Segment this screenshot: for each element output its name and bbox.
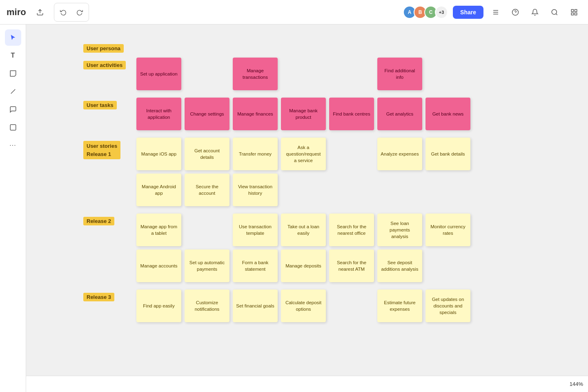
sticky-view-transaction-history[interactable]: View transaction history: [233, 174, 278, 206]
sticky-search-nearest-atm[interactable]: Search for the nearest ATM: [329, 249, 374, 282]
user-stories-release1-row1: Manage iOS app Get account details Trans…: [136, 138, 470, 170]
sticky-estimate-future-expenses[interactable]: Estimate future expenses: [377, 290, 422, 322]
user-persona-label: User persona: [83, 44, 124, 53]
user-tasks-section: User tasks Interact with application Cha…: [83, 98, 470, 130]
sticky-find-additional-info[interactable]: Find additional info: [377, 58, 422, 90]
upload-button[interactable]: [33, 5, 47, 20]
svg-rect-9: [575, 9, 577, 11]
user-activities-section: User activities Set up application Manag…: [83, 58, 470, 90]
release2-rows: Manage app from a tablet Use transaction…: [136, 214, 470, 282]
sticky-take-out-loan[interactable]: Take out a loan easily: [281, 214, 326, 246]
sticky-get-bank-details[interactable]: Get bank details: [425, 138, 470, 170]
sticky-manage-transactions[interactable]: Manage transactions: [233, 58, 278, 90]
sticky-loan-payments-analysis[interactable]: See loan payments analysis: [377, 214, 422, 246]
empty-spacer-1: [185, 58, 229, 90]
sticky-customize-notifications[interactable]: Customize notifications: [185, 290, 229, 322]
empty-spacer-4: [329, 138, 374, 170]
board-content: User persona User activities Set up appl…: [83, 41, 470, 330]
sticky-find-bank-centres[interactable]: Find bank centres: [329, 98, 374, 130]
empty-spacer-5: [185, 214, 229, 246]
sticky-get-account-details[interactable]: Get account details: [185, 138, 229, 170]
svg-rect-8: [571, 9, 573, 11]
right-toolbar: A B C +3 Share: [403, 5, 588, 20]
sticky-get-bank-news[interactable]: Get bank news: [425, 98, 470, 130]
user-stories-release1-section: User stories Release 1 Manage iOS app Ge…: [83, 138, 470, 206]
frame-tool[interactable]: [5, 119, 21, 136]
top-toolbar: miro A B C +3 Share: [0, 0, 588, 24]
settings-icon[interactable]: [488, 5, 503, 20]
user-stories-release1-rows: Manage iOS app Get account details Trans…: [136, 138, 470, 206]
zoom-level: 144%: [570, 381, 583, 387]
logo-area: miro: [0, 3, 96, 22]
sticky-tool[interactable]: [5, 65, 21, 82]
sticky-manage-deposits[interactable]: Manage deposits: [281, 249, 326, 282]
release2-label: Release 2: [83, 217, 114, 225]
svg-rect-13: [10, 125, 16, 130]
user-persona-section: User persona: [83, 41, 470, 53]
sticky-form-bank-statement[interactable]: Form a bank statement: [233, 249, 278, 282]
sticky-manage-bank-product[interactable]: Manage bank product: [281, 98, 326, 130]
sticky-set-up-automatic-payments[interactable]: Set up automatic payments: [185, 249, 229, 282]
sticky-use-transaction-template[interactable]: Use transaction template: [233, 214, 278, 246]
miro-logo: miro: [7, 7, 26, 18]
sticky-ask-question[interactable]: Ask a question/request a service: [281, 138, 326, 170]
sticky-get-analytics[interactable]: Get analytics: [377, 98, 422, 130]
release2-row2: Manage accounts Set up automatic payment…: [136, 249, 470, 282]
user-tasks-cards: Interact with application Change setting…: [136, 98, 470, 130]
extra-collaborators: +3: [435, 6, 448, 19]
sticky-set-financial-goals[interactable]: Set financial goals: [233, 290, 278, 322]
sticky-manage-ios-app[interactable]: Manage iOS app: [136, 138, 181, 170]
comment-tool[interactable]: [5, 101, 21, 118]
collaborators: A B C +3: [403, 6, 448, 19]
sticky-get-updates-discounts[interactable]: Get updates on discounts and specials: [425, 290, 470, 322]
svg-rect-11: [575, 13, 577, 15]
undo-button[interactable]: [56, 5, 71, 20]
bottom-toolbar: 144%: [0, 376, 588, 392]
sticky-manage-finances[interactable]: Manage finances: [233, 98, 278, 130]
sticky-analyze-expenses[interactable]: Analyze expenses: [377, 138, 422, 170]
svg-rect-10: [571, 13, 573, 15]
user-activities-label: User activities: [83, 61, 126, 69]
user-tasks-label: User tasks: [83, 101, 117, 109]
sticky-manage-tablet[interactable]: Manage app from a tablet: [136, 214, 181, 246]
svg-line-7: [556, 13, 557, 15]
cursor-tool[interactable]: [5, 29, 21, 46]
release3-section: Release 3 Find app easily Customize noti…: [83, 290, 470, 322]
sticky-manage-accounts[interactable]: Manage accounts: [136, 249, 181, 282]
sticky-set-up-application[interactable]: Set up application: [136, 58, 181, 90]
sticky-find-app-easily[interactable]: Find app easily: [136, 290, 181, 322]
sticky-manage-android-app[interactable]: Manage Android app: [136, 174, 181, 206]
more-tools[interactable]: ···: [5, 137, 21, 154]
sticky-interact-with-application[interactable]: Interact with application: [136, 98, 181, 130]
user-activities-cards: Set up application Manage transactions F…: [136, 58, 422, 90]
release2-section: Release 2 Manage app from a tablet Use t…: [83, 214, 470, 282]
empty-spacer-3: [329, 58, 374, 90]
canvas-area: User persona User activities Set up appl…: [26, 24, 588, 376]
empty-spacer-6: [329, 290, 374, 322]
release2-row1: Manage app from a tablet Use transaction…: [136, 214, 470, 246]
sticky-calculate-deposit-options[interactable]: Calculate deposit options: [281, 290, 326, 322]
sticky-deposit-additions-analysis[interactable]: See deposit additions analysis: [377, 249, 422, 282]
sticky-change-settings[interactable]: Change settings: [185, 98, 229, 130]
user-stories-release1-label: User stories Release 1: [83, 141, 120, 159]
text-tool[interactable]: T: [5, 47, 21, 64]
sticky-search-nearest-office[interactable]: Search for the nearest office: [329, 214, 374, 246]
line-tool[interactable]: [5, 83, 21, 100]
release3-cards: Find app easily Customize notifications …: [136, 290, 470, 322]
redo-button[interactable]: [72, 5, 87, 20]
sticky-transfer-money[interactable]: Transfer money: [233, 138, 278, 170]
user-stories-release1-row2: Manage Android app Secure the account Vi…: [136, 174, 470, 206]
release3-label: Release 3: [83, 293, 114, 301]
sticky-secure-account[interactable]: Secure the account: [185, 174, 229, 206]
panels-icon[interactable]: [567, 5, 581, 20]
notifications-icon[interactable]: [528, 5, 542, 20]
left-sidebar: T ···: [0, 24, 26, 392]
svg-point-6: [552, 9, 557, 14]
svg-line-12: [11, 89, 15, 94]
undo-redo-group: [54, 3, 89, 22]
empty-spacer-2: [281, 58, 326, 90]
help-icon[interactable]: [508, 5, 523, 20]
share-button[interactable]: Share: [453, 6, 483, 19]
sticky-monitor-currency-rates[interactable]: Monitor currency rates: [425, 214, 470, 246]
search-icon[interactable]: [547, 5, 562, 20]
